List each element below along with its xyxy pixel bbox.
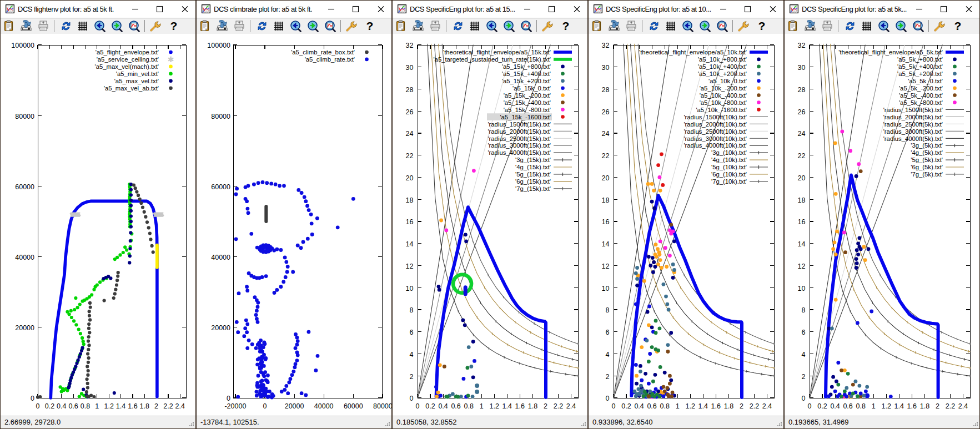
svg-text:4: 4 [802,351,806,359]
svg-text:2: 2 [154,402,158,410]
svg-text:2.4: 2.4 [566,402,576,410]
svg-text:?: ? [562,20,570,32]
svg-text:0: 0 [227,395,230,402]
svg-text:22: 22 [798,152,806,160]
svg-text:1: 1 [95,402,99,410]
svg-text:10: 10 [406,285,414,292]
svg-text:0: 0 [802,395,806,402]
svg-text:30: 30 [406,64,414,72]
svg-text:2.2: 2.2 [554,402,563,410]
svg-text:0.6: 0.6 [451,402,460,410]
svg-text:'a5_10k_+200.txt': 'a5_10k_+200.txt' [698,70,747,77]
svg-text:2.4: 2.4 [762,402,772,410]
svg-text:1.6: 1.6 [515,402,525,410]
svg-text:60000: 60000 [15,183,34,191]
svg-text:60000: 60000 [211,183,230,191]
svg-text:28: 28 [406,86,414,94]
svg-text:1: 1 [872,402,876,410]
svg-text:20: 20 [406,174,414,182]
svg-text:1.6: 1.6 [711,402,721,410]
svg-text:0.8: 0.8 [856,402,866,410]
svg-text:0: 0 [612,402,616,410]
svg-text:'a5_10k_0.txt': 'a5_10k_0.txt' [708,78,747,84]
svg-text:'a5_15k_-800.txt': 'a5_15k_-800.txt' [504,107,551,113]
svg-text:'4g_(10k).txt': '4g_(10k).txt' [711,157,747,163]
svg-text:2.2: 2.2 [946,402,955,410]
svg-text:'a5_15k_+800.txt': 'a5_15k_+800.txt' [502,63,551,70]
svg-text:?: ? [170,20,178,32]
svg-text:1.2: 1.2 [104,402,114,410]
svg-text:0.4: 0.4 [438,402,448,410]
svg-text:14: 14 [798,240,806,248]
svg-text:'a5_10k_-200.txt': 'a5_10k_-200.txt' [700,85,747,92]
svg-text:1.4: 1.4 [116,402,125,410]
svg-text:'a5_15k_-1600.txt': 'a5_15k_-1600.txt' [500,114,551,120]
svg-text:'radius_3000ft(10k).txt': 'radius_3000ft(10k).txt' [684,135,747,142]
svg-text:'6g_(5k).txt': '6g_(5k).txt' [911,164,943,170]
svg-text:'6g_(15k).txt': '6g_(15k).txt' [515,178,551,185]
svg-text:30: 30 [798,64,806,72]
svg-text:'radius_1500ft(10k).txt': 'radius_1500ft(10k).txt' [684,114,747,120]
svg-text:'7g_(5k).txt': '7g_(5k).txt' [911,171,943,178]
svg-text:80000: 80000 [373,402,393,410]
svg-text:40000: 40000 [314,402,334,410]
svg-text:1.4: 1.4 [894,402,904,410]
svg-text:2: 2 [544,402,547,410]
svg-text:0: 0 [416,402,420,410]
svg-text:'a5_climb_rate_box.txt': 'a5_climb_rate_box.txt' [291,49,355,55]
svg-text:30: 30 [602,64,610,72]
svg-text:0.4: 0.4 [57,402,66,410]
svg-text:?: ? [366,20,374,32]
svg-text:6: 6 [410,329,414,336]
svg-text:20: 20 [798,174,806,182]
svg-text:26: 26 [798,108,806,116]
svg-text:'a5_min_vel.txt': 'a5_min_vel.txt' [116,70,159,77]
svg-text:20000: 20000 [211,324,230,332]
svg-text:0.4: 0.4 [634,402,644,410]
svg-text:'radius_2000ft(15k).txt': 'radius_2000ft(15k).txt' [488,128,551,135]
svg-text:16: 16 [602,218,610,226]
svg-text:10: 10 [602,285,610,292]
svg-text:22: 22 [602,152,610,160]
svg-text:'a5_10k_-1600.txt': 'a5_10k_-1600.txt' [696,107,747,113]
svg-text:'radius_1500ft(15k).txt': 'radius_1500ft(15k).txt' [488,121,551,128]
svg-text:'a5_10k_+400.txt': 'a5_10k_+400.txt' [698,63,747,70]
svg-text:28: 28 [602,86,610,94]
svg-text:✱: ✱ [168,55,174,64]
svg-text:18: 18 [602,196,610,204]
svg-text:'5g_(15k).txt': '5g_(15k).txt' [515,171,551,178]
svg-text:'a5_climb_rate.txt': 'a5_climb_rate.txt' [305,56,355,63]
svg-text:'7g_(15k).txt': '7g_(15k).txt' [515,185,551,192]
svg-text:'theoretical_flight_envelope/a: 'theoretical_flight_envelope/a5_10k.txt' [639,49,747,55]
svg-text:'a5_10k_+800.txt': 'a5_10k_+800.txt' [698,56,747,63]
svg-text:2: 2 [740,402,743,410]
svg-text:0: 0 [808,402,812,410]
svg-text:'a5_5k_+400.txt': 'a5_5k_+400.txt' [897,63,943,70]
svg-text:'a5_max_vel.txt': 'a5_max_vel.txt' [114,78,159,84]
svg-text:26: 26 [406,108,414,116]
svg-text:6: 6 [606,329,610,336]
svg-text:0.2: 0.2 [817,402,827,410]
svg-text:60000: 60000 [344,402,363,410]
svg-text:1.8: 1.8 [140,402,149,410]
svg-text:8: 8 [410,306,414,314]
svg-text:?: ? [758,20,766,32]
svg-text:'a5_service_ceiling.txt': 'a5_service_ceiling.txt' [97,56,159,63]
svg-text:20000: 20000 [285,402,304,410]
svg-text:20: 20 [602,174,610,182]
svg-text:1.2: 1.2 [490,402,499,410]
svg-text:6: 6 [802,329,806,336]
svg-text:'3g_(10k).txt': '3g_(10k).txt' [711,149,747,156]
svg-text:0.6: 0.6 [68,402,78,410]
svg-text:'4g_(15k).txt': '4g_(15k).txt' [515,164,551,170]
svg-text:32: 32 [406,42,414,49]
svg-text:2: 2 [606,373,610,381]
svg-text:0.2: 0.2 [621,402,631,410]
svg-text:0.6: 0.6 [647,402,656,410]
svg-text:14: 14 [406,240,414,248]
svg-text:26: 26 [602,108,610,116]
svg-text:1.4: 1.4 [502,402,512,410]
svg-text:8: 8 [802,306,806,314]
svg-text:2.2: 2.2 [750,402,759,410]
svg-text:'radius_3000ft(15k).txt': 'radius_3000ft(15k).txt' [488,142,551,149]
